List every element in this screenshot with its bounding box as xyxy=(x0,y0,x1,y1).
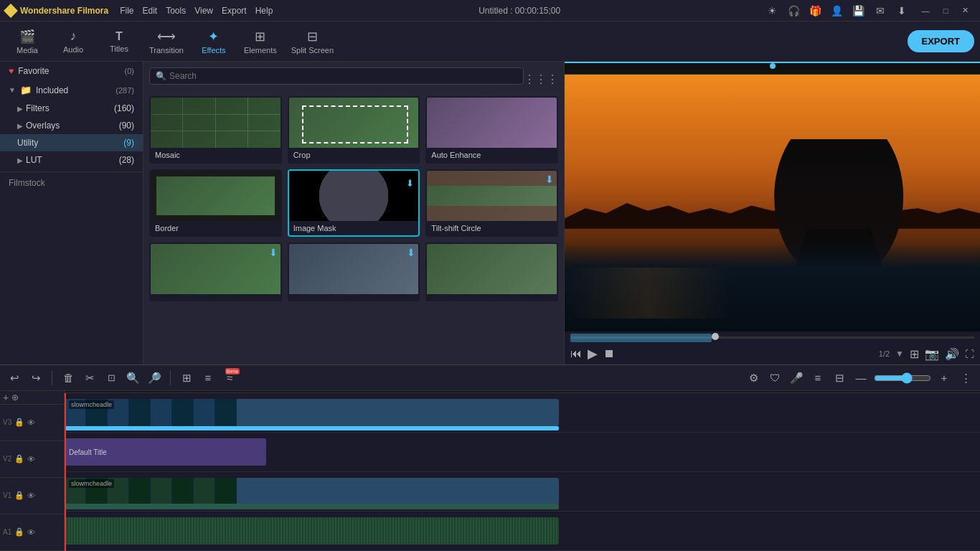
stop-button[interactable]: ⏹ xyxy=(603,347,615,360)
gift-icon[interactable]: 🎁 xyxy=(809,4,822,17)
effect-row3a[interactable]: ⬇ xyxy=(149,242,282,301)
zoom-slider[interactable] xyxy=(874,372,931,384)
toolbar-splitscreen[interactable]: ⊟ Split Screen xyxy=(286,24,339,60)
zoom-in-timeline-button[interactable]: 🔍 xyxy=(124,369,141,387)
play-button[interactable]: ▶ xyxy=(588,346,598,362)
v1-lock-icon[interactable]: 🔒 xyxy=(14,491,24,500)
crop-button[interactable]: ⊡ xyxy=(103,369,120,387)
skip-back-button[interactable]: ⏮ xyxy=(570,347,582,360)
person-icon[interactable]: 👤 xyxy=(831,4,844,17)
effect-mosaic[interactable]: Mosaic xyxy=(149,96,282,164)
menu-file[interactable]: File xyxy=(120,6,133,16)
track-header-v1: V1 🔒 👁 xyxy=(0,478,64,514)
toolbar-elements[interactable]: ⊞ Elements xyxy=(238,24,283,60)
add-track-icon[interactable]: + xyxy=(3,392,9,403)
effect-crop[interactable]: Crop xyxy=(288,96,420,164)
mic-button[interactable]: 🎤 xyxy=(788,369,805,387)
timeline-settings-button[interactable]: ⚙ xyxy=(745,369,762,387)
v2-eye-icon[interactable]: 👁 xyxy=(27,455,35,463)
scrub-bar[interactable] xyxy=(570,336,974,339)
volume-button[interactable]: 🔊 xyxy=(945,347,959,361)
search-input[interactable] xyxy=(169,71,517,81)
redo-button[interactable]: ↪ xyxy=(27,369,44,387)
toolbar-audio[interactable]: ♪ Audio xyxy=(52,24,95,60)
search-bar: 🔍 xyxy=(149,67,524,85)
v3-eye-icon[interactable]: 👁 xyxy=(27,418,35,427)
menu-export[interactable]: Export xyxy=(222,6,247,16)
audio-mix-button[interactable]: ≡ xyxy=(809,369,826,387)
a1-clip[interactable] xyxy=(65,517,559,545)
sidebar-item-utility[interactable]: Utility (9) xyxy=(0,134,143,151)
sidebar-item-filters[interactable]: ▶ Filters (160) xyxy=(0,100,143,117)
splitscreen-icon: ⊟ xyxy=(307,29,318,44)
toolbar-effects[interactable]: ✦ Effects xyxy=(192,24,235,60)
v3-lock-icon[interactable]: 🔒 xyxy=(14,418,24,427)
export-button[interactable]: EXPORT xyxy=(908,30,974,52)
snapshot-button[interactable]: 📷 xyxy=(925,347,939,361)
tilt-download-icon: ⬇ xyxy=(545,174,554,185)
a1-eye-icon[interactable]: 👁 xyxy=(27,528,35,537)
more-options-button[interactable]: ⋮ xyxy=(957,369,974,387)
sidebar-item-favorite[interactable]: ♥ Favorite (0) xyxy=(0,62,143,80)
zoom-out-timeline-button[interactable]: 🔎 xyxy=(146,369,163,387)
magnet-icon[interactable]: ⊕ xyxy=(11,392,19,402)
timeline-track-headers: + ⊕ V3 🔒 👁 V2 🔒 👁 V1 🔒 👁 xyxy=(0,391,65,551)
frame xyxy=(172,478,194,505)
close-button[interactable]: ✕ xyxy=(957,4,974,18)
v2-clip[interactable]: Default Title xyxy=(65,438,266,466)
effect-tilt-circle[interactable]: ⬇ Tilt-shift Circle xyxy=(425,169,558,237)
effect-border[interactable]: Border xyxy=(149,169,282,237)
playhead[interactable] xyxy=(65,393,66,551)
minimize-button[interactable]: — xyxy=(917,4,934,18)
filters-arrow: ▶ xyxy=(17,105,23,113)
zoom-in-btn2[interactable]: + xyxy=(936,369,953,387)
shield-icon[interactable]: 🛡 xyxy=(766,369,783,387)
toolbar-titles[interactable]: T Titles xyxy=(98,24,141,60)
preview-controls: ⏮ ▶ ⏹ 1/2 ▼ ⊞ 📷 🔊 ⛶ xyxy=(565,343,980,364)
save-icon[interactable]: 💾 xyxy=(852,4,865,17)
v2-lock-icon[interactable]: 🔒 xyxy=(14,454,24,463)
sun-icon[interactable]: ☀ xyxy=(766,4,779,17)
v3-clip[interactable]: slowmcheadle xyxy=(65,399,559,426)
a1-lock-icon[interactable]: 🔒 xyxy=(14,527,24,537)
window-controls: — □ ✕ xyxy=(917,4,974,18)
effect-auto-enhance[interactable]: Auto Enhance xyxy=(425,96,558,164)
effect-row3c[interactable] xyxy=(425,242,558,301)
sidebar-filmstock[interactable]: Filmstock xyxy=(0,172,143,194)
fit-screen-button[interactable]: ⊞ xyxy=(910,347,919,361)
zoom-dropdown-arrow[interactable]: ▼ xyxy=(895,349,904,359)
sidebar-item-included[interactable]: ▼ 📁 Included (287) xyxy=(0,80,143,100)
maximize-button[interactable]: □ xyxy=(937,4,954,18)
headphone-icon[interactable]: 🎧 xyxy=(788,4,801,17)
trim-button[interactable]: ≡ xyxy=(199,369,217,387)
track-v3: slowmcheadle xyxy=(65,393,980,433)
v1-clip[interactable]: slowmcheadle xyxy=(65,478,559,505)
v1-eye-icon[interactable]: 👁 xyxy=(27,491,35,500)
crop-visual xyxy=(289,98,419,148)
sidebar-item-lut[interactable]: ▶ LUT (28) xyxy=(0,151,143,169)
toolbar-transition[interactable]: ⟷ Transition xyxy=(143,24,189,60)
menu-view[interactable]: View xyxy=(194,6,213,16)
row3a-download-icon: ⬇ xyxy=(269,247,278,258)
cut-button[interactable]: ✂ xyxy=(81,369,98,387)
menu-edit[interactable]: Edit xyxy=(142,6,157,16)
timeline-right-controls: ⚙ 🛡 🎤 ≡ ⊟ — + ⋮ xyxy=(745,369,974,387)
menu-tools[interactable]: Tools xyxy=(166,6,186,16)
undo-button[interactable]: ↩ xyxy=(6,369,23,387)
audio-wave-button[interactable]: ≈ Beta xyxy=(221,369,238,387)
v1-clip-label: slowmcheadle xyxy=(69,479,114,488)
caption-button[interactable]: ⊟ xyxy=(831,369,848,387)
grid-options-button[interactable]: ⋮⋮⋮ xyxy=(524,72,558,86)
split-button[interactable]: ⊞ xyxy=(178,369,195,387)
mail-icon[interactable]: ✉ xyxy=(874,4,887,17)
effect-image-mask[interactable]: ⬇ Image Mask xyxy=(288,169,420,237)
sidebar-item-overlays[interactable]: ▶ Overlays (90) xyxy=(0,117,143,134)
row3b-download-icon: ⬇ xyxy=(407,247,415,258)
effect-row3b[interactable]: ⬇ xyxy=(288,242,420,301)
download-icon[interactable]: ⬇ xyxy=(895,4,908,17)
fullscreen-button[interactable]: ⛶ xyxy=(965,349,974,359)
zoom-out-btn2[interactable]: — xyxy=(852,369,870,387)
menu-help[interactable]: Help xyxy=(255,6,273,16)
delete-button[interactable]: 🗑 xyxy=(60,369,77,387)
toolbar-media[interactable]: 🎬 Media xyxy=(6,24,49,60)
